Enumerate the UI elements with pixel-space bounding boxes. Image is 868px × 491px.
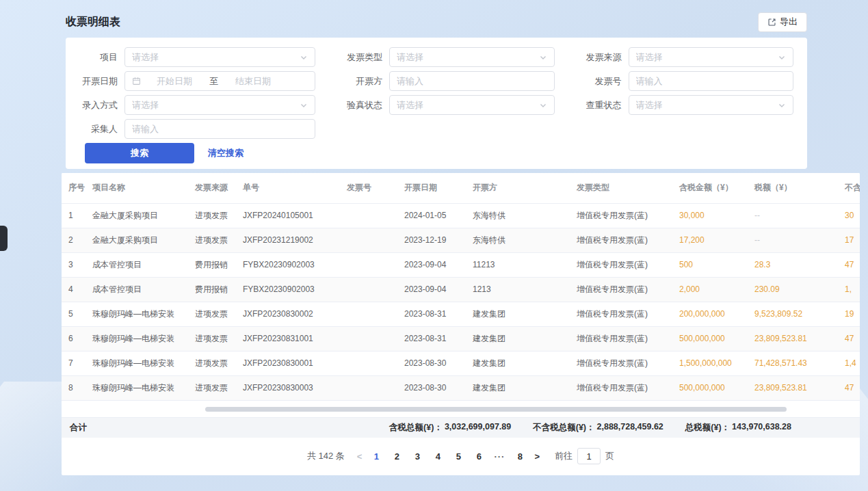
pagination-total: 共 142 条 xyxy=(307,450,345,462)
table-cell: 金融大厦采购项目 xyxy=(86,203,188,228)
table-cell: 增值税专用发票(蓝) xyxy=(570,277,672,302)
table-cell: 1,500,000,000 xyxy=(672,351,748,375)
table-cell: 47 xyxy=(838,252,860,277)
table-row[interactable]: 5珠穆朗玛峰—电梯安装进项发票JXFP202308300022023-08-31… xyxy=(62,302,860,326)
search-button[interactable]: 搜索 xyxy=(85,143,194,163)
table-cell: 23,809,523.81 xyxy=(748,326,838,351)
table-cell: 增值税专用发票(蓝) xyxy=(570,203,672,228)
filter-panel: 项目 请选择 发票类型 请选择 发票来源 请选择 xyxy=(66,38,807,169)
table-cell: 珠穆朗玛峰—电梯安装 xyxy=(86,302,188,326)
column-header: 开票方 xyxy=(466,173,570,203)
page-button-6[interactable]: 6 xyxy=(471,447,486,465)
summary-tax-included-total: 含税总额(¥)： 3,032,699,097.89 xyxy=(389,422,511,434)
calendar-icon xyxy=(132,77,141,85)
summary-item-label: 含税总额(¥)： xyxy=(389,422,443,434)
table-cell xyxy=(340,252,397,277)
filter-project-label: 项目 xyxy=(75,51,118,64)
chevron-down-icon xyxy=(539,53,547,62)
table-cell: 4 xyxy=(62,277,86,302)
table-cell: 23,809,523.81 xyxy=(748,375,838,400)
invoice-source-select[interactable]: 请选择 xyxy=(629,47,793,67)
table-row[interactable]: 2金融大厦采购项目进项发票JXFP202312190022023-12-19东海… xyxy=(62,228,860,252)
table-cell: 进项发票 xyxy=(188,375,236,400)
table-cell: 2023-12-19 xyxy=(397,228,466,252)
summary-item-value: 3,032,699,097.89 xyxy=(445,422,511,434)
page-button-2[interactable]: 2 xyxy=(389,447,404,465)
table-cell: 珠穆朗玛峰—电梯安装 xyxy=(86,326,188,351)
table-cell: 11213 xyxy=(466,252,570,277)
filter-recheck-status: 查重状态 请选择 xyxy=(579,95,793,115)
table-row[interactable]: 3成本管控项目费用报销FYBX202309020032023-09-041121… xyxy=(62,252,860,277)
horizontal-scrollbar-thumb[interactable] xyxy=(205,407,787,412)
table-cell: 1, xyxy=(838,277,860,302)
summary-row: 合计 含税总额(¥)： 3,032,699,097.89 不含税总额(¥)： 2… xyxy=(62,417,860,438)
invoice-no-input-wrap xyxy=(629,71,793,91)
entry-method-select[interactable]: 请选择 xyxy=(124,95,315,115)
project-select[interactable]: 请选择 xyxy=(124,47,315,67)
summary-item-value: 2,888,728,459.62 xyxy=(597,422,663,434)
table-cell: 增值税专用发票(蓝) xyxy=(570,326,672,351)
filter-invoice-source: 发票来源 请选择 xyxy=(579,47,793,67)
page-button-1[interactable]: 1 xyxy=(369,447,384,465)
pager-ellipsis[interactable]: ··· xyxy=(492,447,507,465)
table-cell: 2023-08-30 xyxy=(397,351,466,375)
entry-method-select-placeholder: 请选择 xyxy=(132,99,300,111)
table-row[interactable]: 8珠穆朗玛峰—电梯安装进项发票JXFP202308300032023-08-30… xyxy=(62,375,860,400)
summary-items: 含税总额(¥)： 3,032,699,097.89 不含税总额(¥)： 2,88… xyxy=(389,422,791,434)
table-cell: 建发集团 xyxy=(466,375,570,400)
table-cell: 增值税专用发票(蓝) xyxy=(570,252,672,277)
invoice-date-range-picker[interactable]: 开始日期 至 结束日期 xyxy=(124,71,315,91)
export-button[interactable]: 导出 xyxy=(758,12,807,32)
table-cell: 1 xyxy=(62,203,86,228)
table-cell: 200,000,000 xyxy=(672,302,748,326)
invoice-type-select[interactable]: 请选择 xyxy=(389,47,554,67)
drawer-handle[interactable] xyxy=(0,226,8,251)
table-cell xyxy=(340,351,397,375)
filter-invoice-type-label: 发票类型 xyxy=(340,51,382,64)
recheck-status-select[interactable]: 请选择 xyxy=(629,95,793,115)
table-cell: 28.3 xyxy=(748,252,838,277)
table-cell: 230.09 xyxy=(748,277,838,302)
table-cell: 47 xyxy=(838,375,860,400)
table-row[interactable]: 7珠穆朗玛峰—电梯安装进项发票JXFP202308300012023-08-30… xyxy=(62,351,860,375)
page-button-8[interactable]: 8 xyxy=(512,447,527,465)
table-cell: 2023-09-04 xyxy=(397,277,466,302)
table-cell: 7 xyxy=(62,351,86,375)
clear-search-button[interactable]: 清空搜索 xyxy=(208,147,244,159)
table-row[interactable]: 1金融大厦采购项目进项发票JXFP202401050012024-01-05东海… xyxy=(62,203,860,228)
table-cell xyxy=(340,203,397,228)
table-cell: 2024-01-05 xyxy=(397,203,466,228)
table-cell: FYBX20230902003 xyxy=(236,277,340,302)
table-cell: 2023-08-31 xyxy=(397,326,466,351)
column-header: 单号 xyxy=(236,173,340,203)
next-page-button[interactable]: > xyxy=(531,451,542,462)
table-cell: JXFP20230830001 xyxy=(236,351,340,375)
collector-input[interactable] xyxy=(132,124,308,134)
table-cell: 珠穆朗玛峰—电梯安装 xyxy=(86,351,188,375)
page-button-4[interactable]: 4 xyxy=(430,447,445,465)
goto-page-input[interactable] xyxy=(577,448,601,464)
table-cell: 2,000 xyxy=(672,277,748,302)
page-button-5[interactable]: 5 xyxy=(451,447,466,465)
chevron-down-icon xyxy=(300,101,308,109)
table-row[interactable]: 4成本管控项目费用报销FYBX202309020032023-09-041213… xyxy=(62,277,860,302)
horizontal-scrollbar-track xyxy=(62,401,860,417)
page-button-3[interactable]: 3 xyxy=(410,447,425,465)
invoice-type-select-placeholder: 请选择 xyxy=(397,51,538,64)
filter-collector: 采集人 xyxy=(75,119,315,139)
table-cell xyxy=(340,277,397,302)
column-header: 项目名称 xyxy=(86,173,188,203)
table-row[interactable]: 6珠穆朗玛峰—电梯安装进项发票JXFP202308310012023-08-31… xyxy=(62,326,860,351)
table-cell: 500,000,000 xyxy=(672,326,748,351)
table-cell: 建发集团 xyxy=(466,302,570,326)
table-cell: 19 xyxy=(838,302,860,326)
table-cell: 东海特供 xyxy=(466,203,570,228)
table-cell xyxy=(340,302,397,326)
verify-status-select[interactable]: 请选择 xyxy=(389,95,554,115)
issuer-input[interactable] xyxy=(397,76,547,86)
table-cell: 71,428,571.43 xyxy=(748,351,838,375)
filter-actions: 搜索 清空搜索 xyxy=(85,143,793,163)
prev-page-button[interactable]: < xyxy=(354,451,365,462)
invoice-no-input[interactable] xyxy=(636,76,786,86)
table-scroll-area: 序号项目名称发票来源单号发票号开票日期开票方发票类型含税金额（¥）税额（¥）不含… xyxy=(62,173,860,401)
